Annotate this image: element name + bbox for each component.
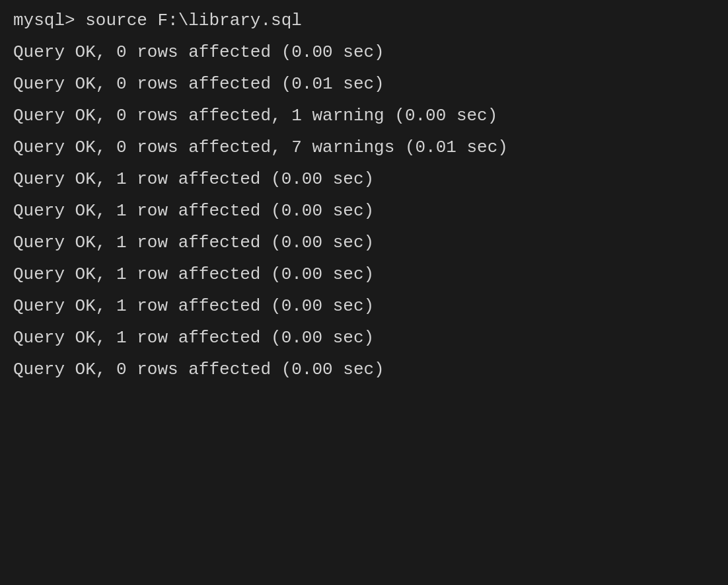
terminal-line-8: Query OK, 1 row affected (0.00 sec): [13, 234, 715, 251]
terminal-line-5: Query OK, 0 rows affected, 7 warnings (0…: [13, 139, 715, 156]
terminal-line-9: Query OK, 1 row affected (0.00 sec): [13, 266, 715, 283]
terminal-line-11: Query OK, 1 row affected (0.00 sec): [13, 329, 715, 346]
terminal-output: mysql> source F:\library.sqlQuery OK, 0 …: [13, 12, 715, 378]
terminal-line-4: Query OK, 0 rows affected, 1 warning (0.…: [13, 107, 715, 124]
terminal-line-2: Query OK, 0 rows affected (0.00 sec): [13, 44, 715, 61]
terminal-line-6: Query OK, 1 row affected (0.00 sec): [13, 171, 715, 188]
terminal-line-10: Query OK, 1 row affected (0.00 sec): [13, 297, 715, 315]
terminal-line-12: Query OK, 0 rows affected (0.00 sec): [13, 361, 715, 378]
terminal-line-3: Query OK, 0 rows affected (0.01 sec): [13, 75, 715, 93]
terminal-line-1: mysql> source F:\library.sql: [13, 12, 715, 29]
terminal-line-7: Query OK, 1 row affected (0.00 sec): [13, 202, 715, 219]
